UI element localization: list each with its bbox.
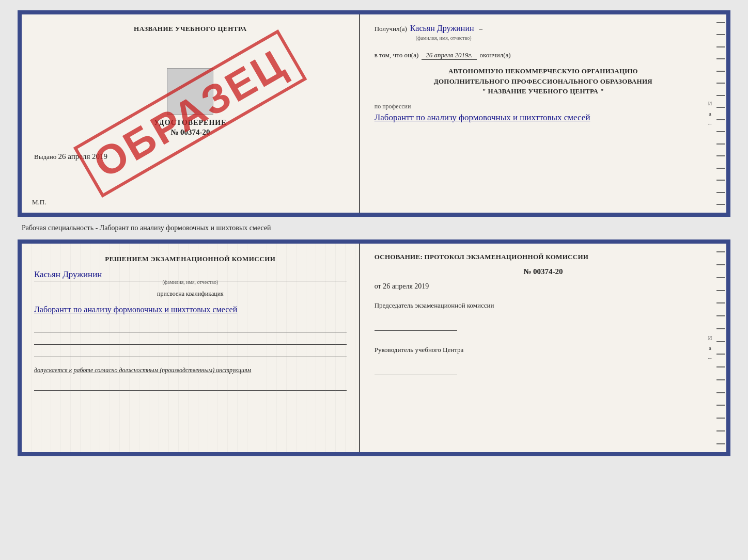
bl-title: Решением экзаменационной комиссии bbox=[34, 254, 347, 264]
bl-qual-handwritten: Лаборантт по анализу формовочных и шихтт… bbox=[34, 303, 347, 316]
bottom-right-panel: Основание: протокол экзаменационной коми… bbox=[360, 244, 726, 452]
br-side-annotations: И а ← bbox=[707, 334, 713, 361]
top-left-title: НАЗВАНИЕ УЧЕБНОГО ЦЕНТРА bbox=[134, 25, 247, 33]
bl-name-hint: (фамилия, имя, отчество) bbox=[34, 279, 347, 285]
top-right-panel: Получил(а) Касьян Дружинин – (фамилия, и… bbox=[360, 14, 726, 213]
profession-section: по профессии Лаборантт по анализу формов… bbox=[375, 103, 712, 124]
допускается-text: работе согласно должностным (производств… bbox=[73, 366, 251, 374]
received-label: Получил(а) bbox=[375, 25, 407, 33]
cert-issued: Выдано 26 апреля 2019 bbox=[34, 152, 347, 161]
date-value-top: 26 апреля 2019г. bbox=[422, 51, 476, 60]
profession-handwritten: Лаборантт по анализу формовочных и шихтт… bbox=[375, 110, 712, 124]
issued-label: Выдано bbox=[34, 153, 56, 161]
bottom-document: Решением экзаменационной комиссии Касьян… bbox=[18, 239, 730, 456]
bl-lines bbox=[34, 323, 347, 357]
bl-line-3 bbox=[34, 348, 347, 357]
cert-label: УДОСТОВЕРЕНИЕ bbox=[154, 119, 226, 127]
bl-допускается: допускается к работе согласно должностны… bbox=[34, 366, 347, 374]
br-number: № 00374-20 bbox=[375, 267, 712, 276]
issued-date: 26 апреля 2019 bbox=[58, 152, 108, 161]
middle-label: Рабочая специальность - Лаборант по анал… bbox=[18, 222, 730, 234]
document-container: НАЗВАНИЕ УЧЕБНОГО ЦЕНТРА ОБРАЗЕЦ УДОСТОВ… bbox=[18, 10, 730, 456]
bl-qual-label: присвоена квалификация bbox=[34, 290, 347, 298]
cert-seal-placeholder bbox=[167, 68, 213, 115]
top-document: НАЗВАНИЕ УЧЕБНОГО ЦЕНТРА ОБРАЗЕЦ УДОСТОВ… bbox=[18, 10, 730, 217]
received-line: Получил(а) Касьян Дружинин – bbox=[375, 24, 712, 33]
in-that-label: в том, что он(а) bbox=[375, 51, 419, 59]
name-hint-top: (фамилия, имя, отчество) bbox=[416, 35, 712, 41]
binding-lines-bottom-right bbox=[715, 244, 726, 452]
date-line: в том, что он(а) 26 апреля 2019г. окончи… bbox=[375, 51, 712, 60]
br-date: от 26 апреля 2019 bbox=[375, 282, 712, 291]
received-name: Касьян Дружинин bbox=[410, 24, 474, 33]
br-chairman-sig bbox=[375, 321, 457, 331]
bl-line-1 bbox=[34, 323, 347, 332]
bl-name-block: Касьян Дружинин (фамилия, имя, отчество) bbox=[34, 269, 347, 285]
org-line1: АВТОНОМНУЮ НЕКОММЕРЧЕСКУЮ ОРГАНИЗАЦИЮ bbox=[375, 66, 712, 76]
org-line2: ДОПОЛНИТЕЛЬНОГО ПРОФЕССИОНАЛЬНОГО ОБРАЗО… bbox=[375, 76, 712, 87]
br-head-sig bbox=[375, 365, 457, 375]
bl-line-2 bbox=[34, 335, 347, 345]
mp-label: М.П. bbox=[32, 198, 46, 206]
br-head: Руководитель учебного Центра bbox=[375, 345, 712, 355]
br-date-prefix: от bbox=[375, 282, 381, 290]
bl-line-bottom bbox=[34, 381, 347, 391]
finished-label: окончил(а) bbox=[480, 51, 511, 59]
side-annotations: И а ← bbox=[707, 100, 713, 127]
br-date-value: 26 апреля 2019 bbox=[383, 282, 429, 290]
cert-number: № 00374-20 bbox=[170, 128, 210, 137]
org-block: АВТОНОМНУЮ НЕКОММЕРЧЕСКУЮ ОРГАНИЗАЦИЮ ДО… bbox=[375, 66, 712, 97]
br-chairman: Председатель экзаменационной комиссии bbox=[375, 301, 712, 310]
допускается-label: допускается к bbox=[34, 366, 72, 374]
bottom-left-panel: Решением экзаменационной комиссии Касьян… bbox=[22, 244, 360, 452]
profession-label: по профессии bbox=[375, 103, 712, 110]
top-left-panel: НАЗВАНИЕ УЧЕБНОГО ЦЕНТРА ОБРАЗЕЦ УДОСТОВ… bbox=[22, 14, 360, 213]
binding-lines-top-right bbox=[715, 14, 726, 213]
org-line3: " НАЗВАНИЕ УЧЕБНОГО ЦЕНТРА " bbox=[375, 86, 712, 97]
br-basis-label: Основание: протокол экзаменационной коми… bbox=[375, 253, 712, 261]
